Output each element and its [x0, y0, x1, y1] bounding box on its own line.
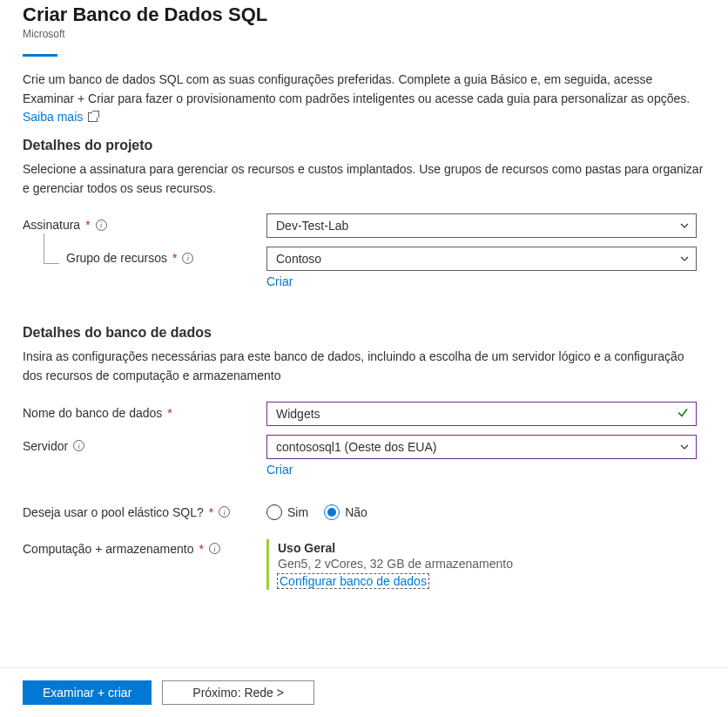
- server-dropdown[interactable]: contososql1 (Oeste dos EUA): [266, 435, 697, 459]
- server-label: Servidor: [23, 439, 68, 453]
- db-name-label: Nome do banco de dados: [23, 406, 162, 420]
- required-indicator: *: [85, 218, 90, 232]
- radio-icon: [266, 504, 282, 520]
- check-icon: [677, 406, 689, 421]
- compute-summary: Uso Geral Gen5, 2 vCores, 32 GB de armaz…: [266, 539, 697, 590]
- page-title: Criar Banco de Dados SQL: [23, 3, 705, 26]
- chevron-down-icon: [680, 221, 689, 230]
- radio-icon: [324, 504, 340, 520]
- subscription-label: Assinatura: [23, 218, 80, 232]
- db-name-input[interactable]: Widgets: [266, 402, 697, 426]
- info-icon[interactable]: i: [219, 506, 230, 517]
- required-indicator: *: [167, 406, 172, 420]
- section-title-project: Detalhes do projeto: [23, 138, 705, 153]
- elastic-pool-no-label: Não: [345, 505, 367, 519]
- next-networking-button[interactable]: Próximo: Rede >: [162, 680, 314, 705]
- resource-group-dropdown[interactable]: Contoso: [266, 247, 697, 271]
- elastic-pool-label: Deseja usar o pool elástico SQL?: [23, 505, 204, 519]
- subscription-dropdown[interactable]: Dev-Test-Lab: [266, 213, 697, 238]
- create-resource-group-link[interactable]: Criar: [266, 274, 293, 288]
- external-link-icon: [88, 112, 98, 122]
- create-server-link[interactable]: Criar: [266, 463, 293, 477]
- chevron-down-icon: [680, 443, 689, 451]
- elastic-pool-no-radio[interactable]: Não: [324, 504, 367, 520]
- required-indicator: *: [209, 505, 213, 519]
- footer-bar: Examinar + criar Próximo: Rede >: [0, 667, 728, 717]
- server-value: contososql1 (Oeste dos EUA): [276, 440, 436, 454]
- review-create-button[interactable]: Examinar + criar: [23, 680, 152, 705]
- compute-spec: Gen5, 2 vCores, 32 GB de armazenamento: [278, 557, 697, 571]
- chevron-down-icon: [680, 254, 689, 263]
- section-desc-project: Selecione a assinatura para gerenciar os…: [23, 160, 705, 198]
- intro-text: Crie um banco de dados SQL com as suas c…: [23, 71, 705, 127]
- resource-group-value: Contoso: [276, 252, 321, 266]
- db-name-value: Widgets: [276, 407, 320, 421]
- section-title-db: Detalhes do banco de dados: [23, 325, 705, 341]
- info-icon[interactable]: i: [96, 220, 107, 231]
- learn-more-link[interactable]: Saiba mais: [23, 110, 98, 124]
- info-icon[interactable]: i: [209, 543, 220, 554]
- required-indicator: *: [199, 542, 204, 556]
- resource-group-label: Grupo de recursos: [66, 251, 167, 265]
- required-indicator: *: [172, 251, 177, 265]
- info-icon[interactable]: i: [182, 253, 193, 264]
- section-desc-db: Insira as configurações necessárias para…: [23, 348, 705, 385]
- compute-tier: Uso Geral: [278, 541, 697, 555]
- configure-database-link[interactable]: Configurar banco de dados: [278, 574, 428, 588]
- info-icon[interactable]: i: [73, 440, 84, 451]
- elastic-pool-radio-group: Sim Não: [266, 501, 697, 520]
- elastic-pool-yes-radio[interactable]: Sim: [266, 504, 308, 520]
- elastic-pool-yes-label: Sim: [287, 505, 308, 519]
- intro-body: Crie um banco de dados SQL com as suas c…: [23, 72, 690, 105]
- compute-label: Computação + armazenamento: [23, 542, 194, 556]
- subscription-value: Dev-Test-Lab: [276, 219, 348, 233]
- page-subtitle: Microsoft: [23, 28, 705, 40]
